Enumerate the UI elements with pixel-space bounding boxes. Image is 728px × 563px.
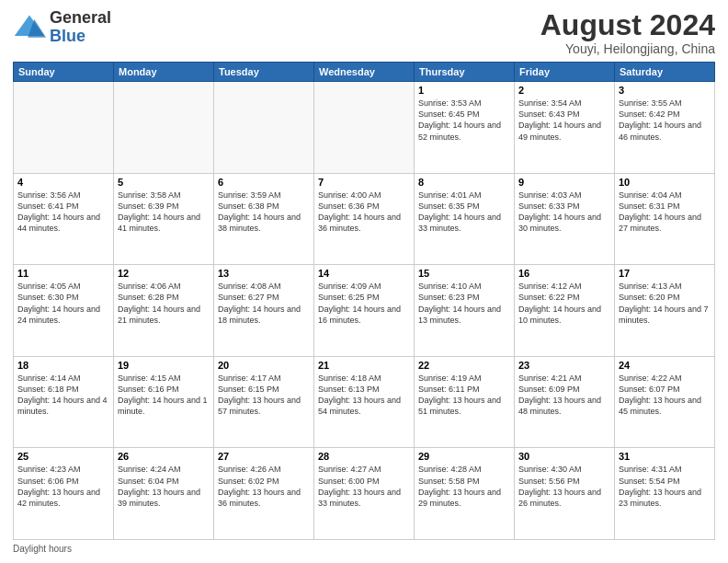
logo: General Blue xyxy=(13,9,111,46)
calendar-cell: 13Sunrise: 4:08 AM Sunset: 6:27 PM Dayli… xyxy=(214,265,314,357)
day-number: 12 xyxy=(118,268,210,279)
month-year-title: August 2024 xyxy=(540,9,715,41)
day-number: 5 xyxy=(118,177,210,188)
day-info: Sunrise: 3:56 AM Sunset: 6:41 PM Dayligh… xyxy=(17,190,109,235)
calendar-cell: 10Sunrise: 4:04 AM Sunset: 6:31 PM Dayli… xyxy=(615,173,715,265)
calendar-cell: 14Sunrise: 4:09 AM Sunset: 6:25 PM Dayli… xyxy=(314,265,415,357)
day-info: Sunrise: 4:00 AM Sunset: 6:36 PM Dayligh… xyxy=(318,190,410,235)
logo-icon xyxy=(13,11,46,44)
logo-general-text: General xyxy=(50,8,111,27)
calendar-cell: 25Sunrise: 4:23 AM Sunset: 6:06 PM Dayli… xyxy=(14,448,114,540)
day-number: 6 xyxy=(218,177,310,188)
day-number: 30 xyxy=(518,451,610,462)
day-number: 2 xyxy=(518,85,610,96)
calendar-cell xyxy=(214,82,314,174)
day-number: 26 xyxy=(118,451,210,462)
logo-blue-text: Blue xyxy=(50,27,85,45)
calendar-cell: 3Sunrise: 3:55 AM Sunset: 6:42 PM Daylig… xyxy=(615,82,715,174)
col-header-sunday: Sunday xyxy=(14,63,114,82)
week-row-0: 1Sunrise: 3:53 AM Sunset: 6:45 PM Daylig… xyxy=(14,82,715,174)
day-number: 9 xyxy=(518,177,610,188)
day-info: Sunrise: 4:03 AM Sunset: 6:33 PM Dayligh… xyxy=(518,190,610,235)
day-info: Sunrise: 4:21 AM Sunset: 6:09 PM Dayligh… xyxy=(518,373,610,418)
day-info: Sunrise: 4:30 AM Sunset: 5:56 PM Dayligh… xyxy=(518,464,610,509)
calendar-cell: 11Sunrise: 4:05 AM Sunset: 6:30 PM Dayli… xyxy=(14,265,114,357)
day-info: Sunrise: 4:10 AM Sunset: 6:23 PM Dayligh… xyxy=(418,281,510,326)
day-number: 7 xyxy=(318,177,410,188)
day-number: 21 xyxy=(318,360,410,371)
calendar-cell: 20Sunrise: 4:17 AM Sunset: 6:15 PM Dayli… xyxy=(214,356,314,448)
col-header-monday: Monday xyxy=(114,63,214,82)
day-number: 24 xyxy=(619,360,711,371)
day-info: Sunrise: 4:24 AM Sunset: 6:04 PM Dayligh… xyxy=(118,464,210,509)
day-number: 4 xyxy=(17,177,109,188)
day-info: Sunrise: 4:12 AM Sunset: 6:22 PM Dayligh… xyxy=(518,281,610,326)
day-info: Sunrise: 4:15 AM Sunset: 6:16 PM Dayligh… xyxy=(118,373,210,418)
calendar-cell: 17Sunrise: 4:13 AM Sunset: 6:20 PM Dayli… xyxy=(615,265,715,357)
calendar-cell: 24Sunrise: 4:22 AM Sunset: 6:07 PM Dayli… xyxy=(615,356,715,448)
day-number: 29 xyxy=(418,451,510,462)
col-header-tuesday: Tuesday xyxy=(214,63,314,82)
day-info: Sunrise: 4:04 AM Sunset: 6:31 PM Dayligh… xyxy=(619,190,711,235)
day-info: Sunrise: 4:01 AM Sunset: 6:35 PM Dayligh… xyxy=(418,190,510,235)
day-number: 13 xyxy=(218,268,310,279)
day-number: 31 xyxy=(619,451,711,462)
day-info: Sunrise: 3:59 AM Sunset: 6:38 PM Dayligh… xyxy=(218,190,310,235)
calendar-cell: 21Sunrise: 4:18 AM Sunset: 6:13 PM Dayli… xyxy=(314,356,415,448)
day-number: 20 xyxy=(218,360,310,371)
calendar-header-row: SundayMondayTuesdayWednesdayThursdayFrid… xyxy=(14,63,715,82)
day-number: 16 xyxy=(518,268,610,279)
logo-text: General Blue xyxy=(50,9,111,46)
day-number: 17 xyxy=(619,268,711,279)
calendar-cell xyxy=(314,82,415,174)
day-number: 1 xyxy=(418,85,510,96)
day-info: Sunrise: 3:54 AM Sunset: 6:43 PM Dayligh… xyxy=(518,98,610,143)
calendar-cell: 29Sunrise: 4:28 AM Sunset: 5:58 PM Dayli… xyxy=(415,448,515,540)
calendar-cell: 7Sunrise: 4:00 AM Sunset: 6:36 PM Daylig… xyxy=(314,173,415,265)
location-subtitle: Youyi, Heilongjiang, China xyxy=(540,41,715,56)
day-info: Sunrise: 4:31 AM Sunset: 5:54 PM Dayligh… xyxy=(619,464,711,509)
week-row-2: 11Sunrise: 4:05 AM Sunset: 6:30 PM Dayli… xyxy=(14,265,715,357)
col-header-thursday: Thursday xyxy=(415,63,515,82)
day-info: Sunrise: 4:08 AM Sunset: 6:27 PM Dayligh… xyxy=(218,281,310,326)
calendar-cell: 27Sunrise: 4:26 AM Sunset: 6:02 PM Dayli… xyxy=(214,448,314,540)
day-info: Sunrise: 4:18 AM Sunset: 6:13 PM Dayligh… xyxy=(318,373,410,418)
day-info: Sunrise: 4:06 AM Sunset: 6:28 PM Dayligh… xyxy=(118,281,210,326)
day-number: 25 xyxy=(17,451,109,462)
calendar-cell xyxy=(14,82,114,174)
calendar-cell: 12Sunrise: 4:06 AM Sunset: 6:28 PM Dayli… xyxy=(114,265,214,357)
day-info: Sunrise: 4:26 AM Sunset: 6:02 PM Dayligh… xyxy=(218,464,310,509)
footer-note: Daylight hours xyxy=(13,544,715,554)
day-number: 27 xyxy=(218,451,310,462)
calendar-cell: 1Sunrise: 3:53 AM Sunset: 6:45 PM Daylig… xyxy=(415,82,515,174)
calendar-cell: 5Sunrise: 3:58 AM Sunset: 6:39 PM Daylig… xyxy=(114,173,214,265)
calendar-cell: 6Sunrise: 3:59 AM Sunset: 6:38 PM Daylig… xyxy=(214,173,314,265)
week-row-3: 18Sunrise: 4:14 AM Sunset: 6:18 PM Dayli… xyxy=(14,356,715,448)
calendar-cell: 15Sunrise: 4:10 AM Sunset: 6:23 PM Dayli… xyxy=(415,265,515,357)
day-number: 19 xyxy=(118,360,210,371)
calendar-cell: 30Sunrise: 4:30 AM Sunset: 5:56 PM Dayli… xyxy=(515,448,615,540)
calendar-cell: 19Sunrise: 4:15 AM Sunset: 6:16 PM Dayli… xyxy=(114,356,214,448)
day-number: 11 xyxy=(17,268,109,279)
calendar-cell: 8Sunrise: 4:01 AM Sunset: 6:35 PM Daylig… xyxy=(415,173,515,265)
col-header-friday: Friday xyxy=(515,63,615,82)
calendar-cell: 28Sunrise: 4:27 AM Sunset: 6:00 PM Dayli… xyxy=(314,448,415,540)
title-block: August 2024 Youyi, Heilongjiang, China xyxy=(540,9,715,56)
calendar-cell: 2Sunrise: 3:54 AM Sunset: 6:43 PM Daylig… xyxy=(515,82,615,174)
day-number: 15 xyxy=(418,268,510,279)
calendar-cell: 16Sunrise: 4:12 AM Sunset: 6:22 PM Dayli… xyxy=(515,265,615,357)
day-number: 23 xyxy=(518,360,610,371)
day-info: Sunrise: 3:53 AM Sunset: 6:45 PM Dayligh… xyxy=(418,98,510,143)
calendar-cell: 26Sunrise: 4:24 AM Sunset: 6:04 PM Dayli… xyxy=(114,448,214,540)
day-number: 3 xyxy=(619,85,711,96)
page: General Blue August 2024 Youyi, Heilongj… xyxy=(0,0,728,563)
day-info: Sunrise: 3:58 AM Sunset: 6:39 PM Dayligh… xyxy=(118,190,210,235)
calendar-table: SundayMondayTuesdayWednesdayThursdayFrid… xyxy=(13,62,715,540)
week-row-4: 25Sunrise: 4:23 AM Sunset: 6:06 PM Dayli… xyxy=(14,448,715,540)
day-info: Sunrise: 4:05 AM Sunset: 6:30 PM Dayligh… xyxy=(17,281,109,326)
col-header-wednesday: Wednesday xyxy=(314,63,415,82)
day-info: Sunrise: 4:13 AM Sunset: 6:20 PM Dayligh… xyxy=(619,281,711,326)
calendar-cell: 18Sunrise: 4:14 AM Sunset: 6:18 PM Dayli… xyxy=(14,356,114,448)
day-number: 22 xyxy=(418,360,510,371)
calendar-cell: 31Sunrise: 4:31 AM Sunset: 5:54 PM Dayli… xyxy=(615,448,715,540)
